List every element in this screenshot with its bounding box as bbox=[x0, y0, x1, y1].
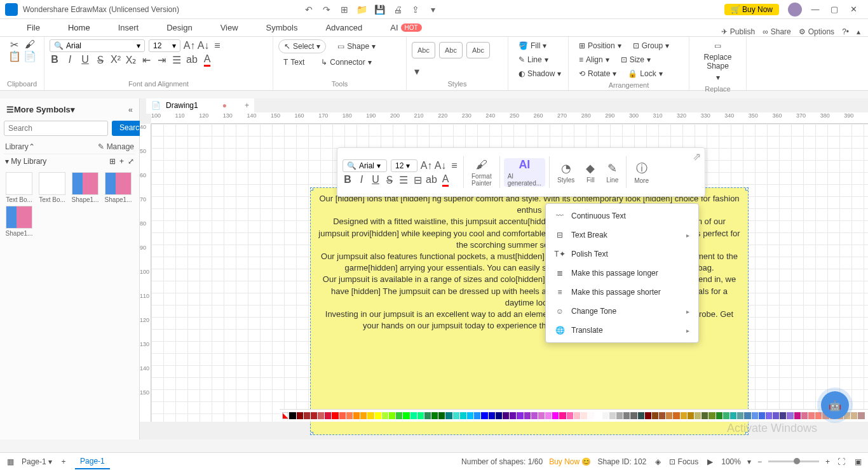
color-swatch[interactable] bbox=[318, 412, 324, 419]
color-swatch[interactable] bbox=[666, 412, 672, 419]
ft-fill[interactable]: ◆Fill bbox=[582, 161, 599, 184]
color-swatch[interactable] bbox=[801, 412, 808, 419]
color-swatch[interactable] bbox=[503, 412, 509, 419]
color-swatch[interactable] bbox=[531, 412, 538, 419]
color-swatch[interactable] bbox=[375, 412, 381, 419]
page-dropdown[interactable]: Page-1 ▾ bbox=[22, 457, 52, 466]
color-swatch[interactable] bbox=[346, 412, 353, 419]
color-swatch[interactable] bbox=[752, 412, 758, 419]
color-swatch[interactable] bbox=[695, 412, 701, 419]
ft-highlight-icon[interactable]: ab bbox=[426, 175, 437, 185]
zoom-in-icon[interactable]: + bbox=[825, 457, 830, 466]
color-swatch[interactable] bbox=[396, 412, 402, 419]
ft-shrink-icon[interactable]: A↓ bbox=[435, 161, 445, 171]
color-swatch[interactable] bbox=[638, 412, 644, 419]
minimize-button[interactable]: — bbox=[806, 4, 825, 14]
ctx-continuous-text[interactable]: 〰Continuous Text bbox=[546, 206, 698, 225]
text-button[interactable]: T Text bbox=[278, 56, 309, 69]
connector-button[interactable]: ↳ Connector ▾ bbox=[316, 56, 376, 69]
ft-bullets-icon[interactable]: ☰ bbox=[398, 175, 409, 185]
color-swatch[interactable] bbox=[737, 412, 743, 419]
more-icon[interactable]: ▾ bbox=[426, 2, 441, 17]
tab-insert[interactable]: Insert bbox=[104, 19, 153, 36]
color-swatch[interactable] bbox=[787, 412, 793, 419]
ft-line[interactable]: ✎Line bbox=[602, 161, 622, 184]
color-swatch[interactable] bbox=[489, 412, 495, 419]
paste-icon[interactable]: 📄 bbox=[25, 51, 35, 61]
shape-thumb-4[interactable]: Shape1... bbox=[103, 172, 133, 203]
color-swatch[interactable] bbox=[360, 412, 367, 419]
ft-more[interactable]: ⓘMore bbox=[630, 161, 653, 184]
ft-italic-icon[interactable]: I bbox=[356, 175, 367, 185]
ft-grow-icon[interactable]: A↑ bbox=[421, 161, 431, 171]
color-swatch[interactable] bbox=[588, 412, 594, 419]
color-swatch[interactable] bbox=[673, 412, 679, 419]
my-library-label[interactable]: My Library bbox=[11, 157, 46, 166]
close-button[interactable]: ✕ bbox=[844, 4, 863, 14]
status-buy-now[interactable]: Buy Now 😊 bbox=[549, 457, 591, 466]
ft-size-select[interactable]: 12▾ bbox=[391, 159, 417, 172]
ft-pin-icon[interactable]: ⇗ bbox=[693, 151, 701, 163]
color-swatch[interactable] bbox=[623, 412, 630, 419]
publish-link[interactable]: ✈ Publish bbox=[721, 27, 755, 36]
italic-icon[interactable]: I bbox=[65, 55, 75, 65]
ctx-polish-text[interactable]: T✦Polish Text bbox=[546, 245, 698, 264]
symbol-search-input[interactable] bbox=[4, 121, 108, 136]
color-swatch[interactable] bbox=[630, 412, 637, 419]
styles-more-icon[interactable]: ▾ bbox=[412, 67, 422, 77]
color-swatch[interactable] bbox=[417, 412, 424, 419]
manage-button[interactable]: ✎ Manage bbox=[98, 142, 134, 151]
color-swatch[interactable] bbox=[297, 412, 303, 419]
new-tab-icon[interactable]: + bbox=[245, 101, 249, 110]
shadow-button[interactable]: ◐ Shadow▾ bbox=[513, 67, 566, 80]
help-icon[interactable]: ?• bbox=[842, 27, 849, 36]
color-swatch[interactable] bbox=[289, 412, 295, 419]
color-swatch[interactable] bbox=[424, 412, 431, 419]
color-swatch[interactable] bbox=[332, 412, 338, 419]
style-preset-1[interactable]: Abc bbox=[412, 42, 435, 58]
collapse-panel-icon[interactable]: « bbox=[128, 105, 133, 114]
color-swatch[interactable] bbox=[574, 412, 580, 419]
ft-styles[interactable]: ◔Styles bbox=[553, 161, 578, 184]
tab-view[interactable]: View bbox=[207, 19, 252, 36]
style-preset-3[interactable]: Abc bbox=[466, 42, 490, 58]
color-swatch[interactable] bbox=[517, 412, 523, 419]
color-swatch[interactable] bbox=[645, 412, 651, 419]
color-swatch[interactable] bbox=[389, 412, 395, 419]
ft-bold-icon[interactable]: B bbox=[342, 175, 353, 185]
color-swatch[interactable] bbox=[759, 412, 765, 419]
style-preset-2[interactable]: Abc bbox=[439, 42, 463, 58]
resize-handle-ne[interactable] bbox=[745, 187, 749, 191]
color-swatch[interactable] bbox=[581, 412, 587, 419]
font-size-select[interactable]: 12▾ bbox=[149, 39, 180, 52]
outdent-icon[interactable]: ⇥ bbox=[156, 55, 166, 65]
color-swatch[interactable] bbox=[311, 412, 317, 419]
color-swatch[interactable] bbox=[616, 412, 623, 419]
resize-handle-nw[interactable] bbox=[310, 187, 313, 191]
strike-icon[interactable]: S̶ bbox=[95, 55, 105, 65]
ctx-make-longer[interactable]: ≣Make this passage longer bbox=[546, 264, 698, 283]
color-swatch[interactable] bbox=[808, 412, 815, 419]
file-menu[interactable]: File bbox=[13, 19, 54, 36]
line-button[interactable]: ✎ Line▾ bbox=[513, 53, 553, 66]
color-swatch[interactable] bbox=[325, 412, 331, 419]
print-icon[interactable]: 🖨 bbox=[390, 2, 405, 17]
ctx-translate[interactable]: 🌐Translate▸ bbox=[546, 321, 698, 340]
brush-icon[interactable]: 🖌 bbox=[25, 39, 35, 50]
ft-strike-icon[interactable]: S̶ bbox=[384, 175, 395, 185]
color-swatch[interactable] bbox=[460, 412, 466, 419]
buy-now-button[interactable]: 🛒 Buy Now bbox=[724, 4, 779, 15]
select-button[interactable]: ↖ Select ▾ bbox=[278, 39, 326, 53]
color-swatch[interactable] bbox=[559, 412, 566, 419]
color-swatch[interactable] bbox=[659, 412, 665, 419]
color-swatch[interactable] bbox=[481, 412, 487, 419]
fit-icon[interactable]: ⛶ bbox=[836, 457, 846, 467]
redo-icon[interactable]: ↷ bbox=[319, 2, 334, 17]
color-swatch[interactable] bbox=[567, 412, 573, 419]
color-swatch[interactable] bbox=[595, 412, 601, 419]
color-swatch[interactable] bbox=[702, 412, 708, 419]
new-icon[interactable]: ⊞ bbox=[337, 2, 352, 17]
tab-design[interactable]: Design bbox=[153, 19, 206, 36]
panel-icon[interactable]: ▣ bbox=[853, 457, 863, 467]
color-swatch[interactable] bbox=[851, 412, 857, 419]
